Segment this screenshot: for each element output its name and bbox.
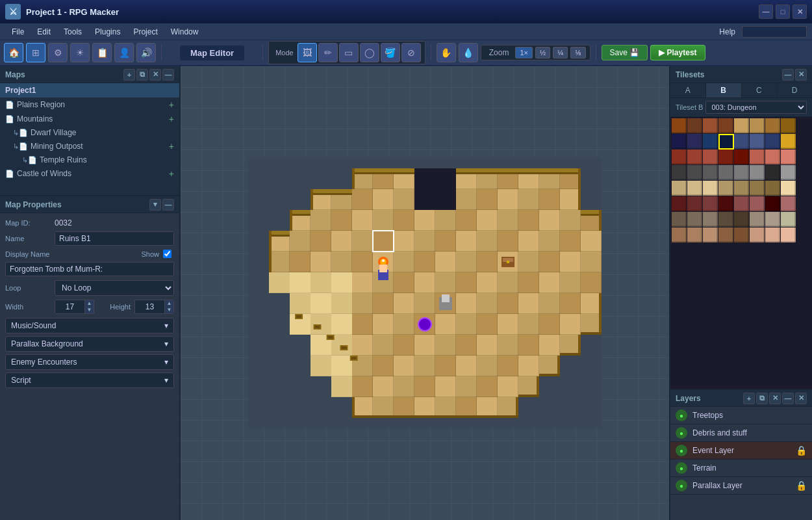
display-name-input[interactable] (5, 262, 174, 276)
map-item-mining-outpost[interactable]: ↳📄 Mining Outpost + (0, 139, 179, 153)
playtest-button[interactable]: ▶ Playtest (650, 45, 705, 60)
display-name-show-checkbox[interactable] (163, 250, 171, 258)
map-canvas[interactable] (248, 158, 602, 428)
toolbar-light-button[interactable]: ☀ (70, 43, 90, 62)
map-item-castle[interactable]: 📄 Castle of Winds + (0, 166, 179, 181)
music-sound-section[interactable]: Music/Sound ▾ (5, 318, 174, 333)
toolbar-audio-button[interactable]: 🔊 (136, 43, 156, 62)
tilesets-close-button[interactable]: ✕ (795, 69, 807, 81)
height-input[interactable] (135, 300, 164, 313)
width-up-button[interactable]: ▲ (84, 300, 94, 307)
save-button[interactable]: Save 💾 (602, 45, 648, 60)
menu-project[interactable]: Project (127, 26, 164, 38)
layers-delete-button[interactable]: ✕ (769, 393, 781, 404)
layer-eye-terrain[interactable]: ● (676, 462, 687, 474)
maximize-button[interactable]: □ (776, 5, 790, 19)
layer-eye-treetops[interactable]: ● (676, 410, 687, 421)
mode-draw-button[interactable]: 🖼 (298, 43, 317, 62)
maps-delete-button[interactable]: ✕ (149, 69, 161, 81)
menu-edit[interactable]: Edit (31, 26, 57, 38)
toolbar-home-button[interactable]: 🏠 (4, 43, 23, 62)
layers-panel-title: Layers (676, 394, 742, 403)
props-panel-header: Map Properties ▾ — (0, 196, 179, 213)
menu-tools[interactable]: Tools (57, 26, 88, 38)
map-item-mountains[interactable]: 📄 Mountains + (0, 112, 179, 126)
layer-item-event[interactable]: ● Event Layer 🔒 (670, 442, 812, 460)
toolbar-settings-button[interactable]: ⚙ (48, 43, 68, 62)
mode-rect-button[interactable]: ▭ (339, 43, 359, 62)
loop-select[interactable]: No Loop Loop Horizontal Loop Vertical Lo… (55, 280, 174, 296)
layer-item-terrain[interactable]: ● Terrain (670, 460, 812, 477)
props-collapse-button[interactable]: — (162, 199, 174, 211)
layer-name-debris: Debris and stuff (692, 428, 807, 437)
enemy-encounters-section[interactable]: Enemy Encounters ▾ (5, 354, 174, 370)
height-up-button[interactable]: ▲ (164, 300, 173, 307)
layers-close-button[interactable]: ✕ (795, 393, 807, 404)
mode-circle-button[interactable]: ◯ (360, 43, 379, 62)
menu-plugins[interactable]: Plugins (88, 26, 127, 38)
menu-window[interactable]: Window (164, 26, 205, 38)
map-id-value: 0032 (55, 218, 72, 228)
tileset-canvas[interactable] (672, 118, 796, 326)
toolbar-notes-button[interactable]: 📋 (92, 43, 112, 62)
maps-add-button[interactable]: + (123, 69, 135, 81)
mode-pencil-button[interactable]: ✏ (318, 43, 338, 62)
map-id-label: Map ID: (5, 219, 51, 227)
tileset-tab-a[interactable]: A (670, 83, 706, 98)
zoom-eighth-button[interactable]: ⅛ (570, 47, 585, 58)
zoom-half-button[interactable]: ½ (535, 47, 550, 58)
tileset-tab-d[interactable]: D (777, 83, 812, 98)
width-label: Width (5, 303, 51, 311)
parallax-bg-section[interactable]: Parallax Background ▾ (5, 336, 174, 352)
layer-item-debris[interactable]: ● Debris and stuff (670, 424, 812, 442)
tilesets-collapse-button[interactable]: — (782, 69, 794, 81)
toolbar-layers-button[interactable]: ⊞ (26, 43, 45, 62)
minimize-button[interactable]: — (759, 5, 773, 19)
display-name-show-label: Show (141, 250, 159, 258)
width-down-button[interactable]: ▼ (84, 307, 94, 313)
map-add-mountains[interactable]: + (169, 114, 174, 124)
map-item-plains[interactable]: 📄 Plains Region + (0, 98, 179, 112)
height-down-button[interactable]: ▼ (164, 307, 173, 313)
toolbar-eyedrop-button[interactable]: 💧 (459, 43, 478, 62)
layers-copy-button[interactable]: ⧉ (756, 393, 768, 404)
zoom-1x-button[interactable]: 1× (515, 47, 533, 58)
map-item-temple-ruins[interactable]: ↳📄 Temple Ruins (0, 153, 179, 166)
menu-file[interactable]: File (5, 26, 31, 38)
mode-erase-button[interactable]: ⊘ (401, 43, 421, 62)
maps-copy-button[interactable]: ⧉ (136, 69, 148, 81)
toolbar-char-button[interactable]: 👤 (114, 43, 134, 62)
name-input[interactable] (55, 231, 174, 246)
close-button[interactable]: ✕ (793, 5, 807, 19)
width-input[interactable] (55, 300, 84, 313)
map-add-mining[interactable]: + (169, 141, 174, 151)
tileset-tab-b[interactable]: B (706, 83, 742, 98)
app-icon: ⚔ (5, 4, 21, 20)
map-add-plains[interactable]: + (169, 99, 174, 110)
toolbar-hand-button[interactable]: ✋ (437, 43, 456, 62)
zoom-quarter-button[interactable]: ¼ (553, 47, 568, 58)
menu-search-input[interactable] (742, 26, 807, 38)
layer-name-treetops: Treetops (692, 411, 807, 420)
canvas-area[interactable] (181, 66, 669, 520)
menu-help[interactable]: Help (713, 26, 742, 38)
layer-eye-debris[interactable]: ● (676, 427, 687, 439)
map-icon-plains: 📄 (5, 101, 14, 109)
layer-eye-event[interactable]: ● (676, 445, 687, 456)
map-item-dwarf-village[interactable]: ↳📄 Dwarf Village (0, 126, 179, 139)
script-section[interactable]: Script ▾ (5, 372, 174, 388)
tileset-selector-dropdown[interactable]: 003: Dungeon 001: Town 002: World (705, 101, 807, 114)
project-label[interactable]: Project1 (0, 83, 179, 98)
map-content (248, 158, 602, 428)
mode-fill-button[interactable]: 🪣 (381, 43, 400, 62)
props-dropdown-button[interactable]: ▾ (149, 199, 161, 211)
layers-collapse-button[interactable]: — (782, 393, 794, 404)
maps-collapse-button[interactable]: — (162, 69, 174, 81)
tileset-tab-c[interactable]: C (742, 83, 778, 98)
layers-add-button[interactable]: + (743, 393, 755, 404)
layer-item-treetops[interactable]: ● Treetops (670, 407, 812, 424)
map-add-castle[interactable]: + (169, 168, 174, 179)
tileset-grid[interactable] (670, 117, 812, 389)
layer-item-parallax[interactable]: ● Parallax Layer 🔒 (670, 477, 812, 495)
layer-eye-parallax[interactable]: ● (676, 480, 687, 491)
